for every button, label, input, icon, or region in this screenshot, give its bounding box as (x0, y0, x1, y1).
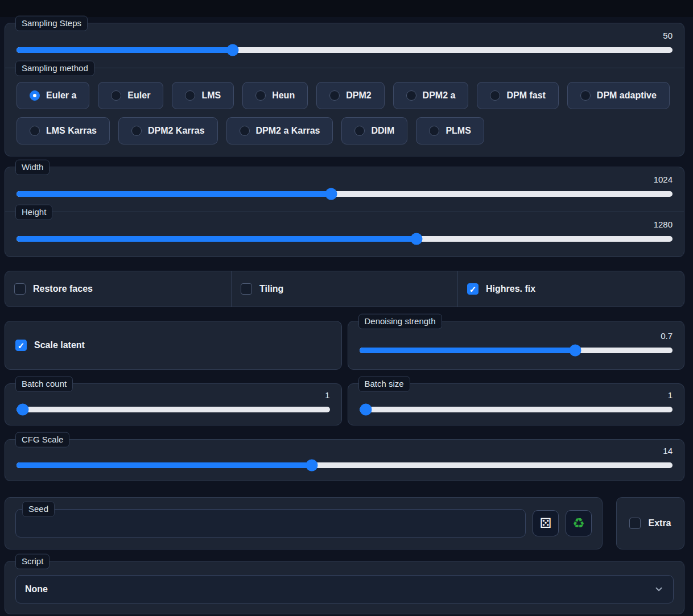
sampler-option-dpm-fast[interactable]: DPM fast (477, 82, 558, 109)
seed-row: Seed ⚄ ♻ Extra (5, 497, 684, 549)
checkbox-icon (629, 518, 641, 529)
dimensions-form: Width 1024 Height 1280 (5, 167, 684, 257)
checkbox-icon (467, 283, 478, 295)
script-dropdown[interactable]: None (15, 575, 674, 603)
dice-icon: ⚄ (540, 516, 552, 530)
sampler-option-heun[interactable]: Heun (242, 82, 308, 109)
batch-count-label: Batch count (15, 377, 73, 392)
height-head: 1280 (16, 218, 673, 230)
script-form: Script None (5, 561, 684, 614)
extra-checkbox[interactable]: Extra (629, 518, 671, 529)
slider-fill (16, 191, 331, 197)
script-label: Script (15, 554, 50, 569)
tiling-checkbox[interactable]: Tiling (231, 271, 457, 307)
width-block: Width 1024 (5, 167, 684, 212)
batch-count-slider[interactable] (16, 407, 330, 412)
seed-input[interactable] (15, 509, 526, 538)
radio-icon (406, 90, 416, 101)
radio-icon (185, 90, 195, 101)
slider-thumb[interactable] (325, 188, 337, 200)
slider-thumb[interactable] (570, 345, 581, 357)
slider-fill (16, 462, 312, 468)
radio-label: DPM2 a (423, 90, 456, 101)
radio-label: Euler a (46, 90, 76, 101)
sampler-option-plms[interactable]: PLMS (416, 117, 484, 144)
sampling-method-block: Sampling method Euler a Euler LMS Heun (5, 68, 684, 156)
sampler-option-euler-a[interactable]: Euler a (16, 82, 89, 109)
radio-label: DDIM (371, 126, 394, 136)
sampling-steps-slider[interactable] (16, 47, 673, 53)
height-value: 1280 (654, 220, 673, 229)
slider-thumb[interactable] (411, 233, 423, 245)
batch-count-form: Batch count 1 (5, 383, 342, 425)
radio-label: DPM2 a Karras (256, 126, 320, 136)
radio-icon (580, 90, 591, 101)
cfg-scale-slider[interactable] (16, 462, 673, 468)
batch-size-form: Batch size 1 (348, 383, 685, 425)
extra-seed-form: Extra (616, 497, 684, 549)
batch-size-value: 1 (668, 390, 673, 400)
radio-icon (131, 126, 142, 136)
slider-fill (16, 47, 233, 53)
checkbox-icon (241, 283, 252, 295)
width-slider[interactable] (16, 191, 673, 197)
radio-icon (240, 126, 250, 136)
seed-label: Seed (22, 502, 55, 517)
sampling-steps-value: 50 (663, 31, 673, 40)
cfg-scale-form: CFG Scale 14 (5, 439, 684, 481)
sampler-row-1: Euler a Euler LMS Heun DPM2 (16, 82, 673, 109)
radio-icon (30, 90, 40, 101)
checkbox-label: Extra (648, 518, 671, 528)
width-label: Width (15, 160, 50, 175)
checkbox-icon (15, 340, 27, 351)
script-dropdown-value: None (25, 584, 48, 594)
sampling-method-label: Sampling method (15, 61, 94, 76)
checkbox-label: Highres. fix (486, 284, 535, 294)
radio-icon (354, 126, 365, 136)
random-seed-button[interactable]: ⚄ (533, 510, 559, 536)
sampling-form: Sampling Steps 50 Sampling method Euler … (5, 23, 684, 156)
slider-thumb[interactable] (360, 404, 372, 416)
checkbox-icon (14, 283, 26, 295)
slider-thumb[interactable] (17, 404, 29, 416)
cfg-scale-block: CFG Scale 14 (5, 440, 684, 481)
denoising-strength-slider[interactable] (360, 348, 673, 353)
seed-form: Seed ⚄ ♻ (5, 497, 603, 549)
sampling-steps-block: Sampling Steps 50 (5, 23, 684, 68)
slider-thumb[interactable] (306, 460, 317, 472)
seed-input-wrap: Seed (15, 509, 526, 538)
checkbox-label: Tiling (259, 284, 283, 294)
restore-faces-checkbox[interactable]: Restore faces (5, 271, 231, 307)
slider-thumb[interactable] (227, 44, 239, 56)
batch-count-block: Batch count 1 (5, 384, 341, 425)
batch-size-slider[interactable] (360, 407, 673, 412)
height-label: Height (15, 205, 52, 220)
sampler-option-euler[interactable]: Euler (98, 82, 163, 109)
sampler-option-dpm2-a-karras[interactable]: DPM2 a Karras (226, 117, 333, 144)
sampling-steps-label: Sampling Steps (15, 16, 88, 31)
radio-label: DPM adaptive (597, 90, 657, 101)
sampler-option-ddim[interactable]: DDIM (341, 117, 407, 144)
radio-icon (429, 126, 439, 136)
batch-size-label: Batch size (358, 377, 410, 392)
scale-latent-checkbox[interactable]: Scale latent (5, 340, 95, 351)
highres-fix-checkbox[interactable]: Highres. fix (457, 271, 684, 307)
slider-fill (16, 236, 416, 242)
generation-settings-panel: Sampling Steps 50 Sampling method Euler … (0, 17, 693, 616)
sampler-option-dpm2-a[interactable]: DPM2 a (393, 82, 469, 109)
reuse-seed-button[interactable]: ♻ (566, 510, 592, 536)
sampler-row-2: LMS Karras DPM2 Karras DPM2 a Karras DDI… (16, 117, 673, 144)
sampling-steps-head: 50 (16, 29, 673, 42)
radio-icon (255, 90, 266, 101)
denoising-strength-label: Denoising strength (358, 314, 442, 329)
sampler-option-lms[interactable]: LMS (172, 82, 234, 109)
sampler-option-lms-karras[interactable]: LMS Karras (16, 117, 110, 144)
sampler-option-dpm2[interactable]: DPM2 (316, 82, 384, 109)
cfg-scale-head: 14 (16, 444, 673, 457)
batch-size-block: Batch size 1 (348, 384, 684, 425)
radio-label: DPM2 Karras (148, 126, 205, 136)
sampler-option-dpm-adaptive[interactable]: DPM adaptive (567, 82, 670, 109)
height-slider[interactable] (16, 236, 673, 242)
width-value: 1024 (654, 175, 673, 184)
sampler-option-dpm2-karras[interactable]: DPM2 Karras (118, 117, 218, 144)
